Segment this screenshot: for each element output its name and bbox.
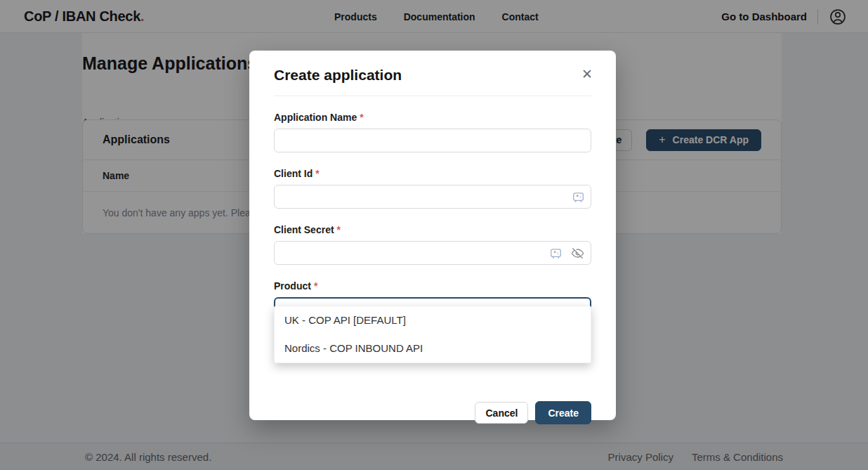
required-asterisk: * <box>314 280 317 292</box>
password-manager-autofill-icon[interactable]: * <box>550 247 562 259</box>
product-label: Product* <box>274 280 591 292</box>
client-id-input[interactable] <box>274 185 591 209</box>
client-secret-input[interactable] <box>274 241 591 265</box>
modal-title: Create application <box>274 51 591 84</box>
required-asterisk: * <box>315 168 319 179</box>
client-id-label: Client Id* <box>274 168 591 179</box>
eye-slash-icon[interactable] <box>571 247 584 260</box>
create-application-modal: Create application ✕ Application Name* C… <box>249 51 616 420</box>
client-secret-label: Client Secret* <box>274 224 591 235</box>
option-nordics-cop-inbound-api[interactable]: Nordics - COP INBOUND API <box>275 334 591 363</box>
client-id-trailing-icons: * <box>572 185 584 209</box>
option-uk-cop-api[interactable]: UK - COP API [DEFAULT] <box>275 306 591 334</box>
close-icon[interactable]: ✕ <box>581 67 593 81</box>
application-name-label: Application Name* <box>274 112 591 123</box>
product-options-listbox: UK - COP API [DEFAULT] Nordics - COP INB… <box>274 306 591 363</box>
modal-title-divider <box>274 96 591 96</box>
modal-create-button[interactable]: Create <box>535 401 591 424</box>
client-secret-trailing-icons: * <box>550 241 584 265</box>
application-name-field-wrap <box>274 129 591 152</box>
label-text: Application Name <box>274 112 357 123</box>
app-root: CoP / IBAN Check. Products Documentation… <box>0 0 868 470</box>
svg-text:*: * <box>554 249 557 256</box>
application-name-input[interactable] <box>274 129 591 152</box>
required-asterisk: * <box>337 224 341 235</box>
modal-actions: Cancel Create <box>274 401 591 424</box>
cancel-button[interactable]: Cancel <box>475 402 528 424</box>
label-text: Client Id <box>274 168 313 179</box>
required-asterisk: * <box>360 112 363 123</box>
password-manager-autofill-icon[interactable]: * <box>572 191 584 203</box>
label-text: Client Secret <box>274 224 334 235</box>
client-secret-field-wrap: * <box>274 241 591 265</box>
client-id-field-wrap: * <box>274 185 591 209</box>
label-text: Product <box>274 280 311 292</box>
svg-text:*: * <box>577 193 579 200</box>
